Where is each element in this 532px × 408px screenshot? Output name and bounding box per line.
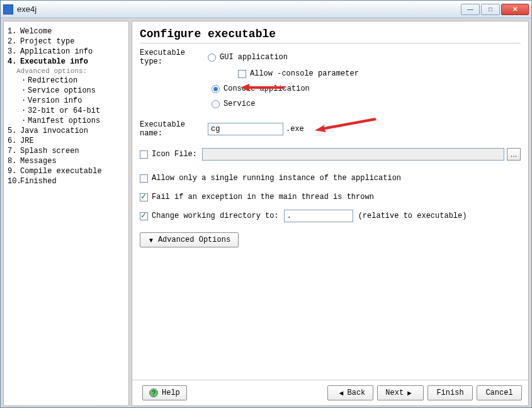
- allow-console-label: Allow -console parameter: [250, 69, 359, 78]
- cancel-button[interactable]: Cancel: [477, 385, 522, 400]
- step-finished[interactable]: 10.Finished: [8, 176, 126, 186]
- step-project-type[interactable]: 2.Project type: [8, 37, 126, 47]
- step-application-info[interactable]: 3.Application info: [8, 47, 126, 57]
- fail-exception-label: Fail if an exception in the main thread …: [152, 193, 374, 201]
- main-panel: Configure executable Executable type: GU…: [132, 21, 529, 406]
- check-single-instance[interactable]: [140, 174, 148, 183]
- radio-console-application[interactable]: [212, 85, 220, 93]
- substep-version-info[interactable]: ·Version info: [8, 96, 126, 106]
- radio-gui-label: GUI application: [220, 53, 288, 62]
- icon-file-browse-button[interactable]: …: [507, 148, 521, 161]
- check-fail-exception[interactable]: [140, 193, 148, 201]
- button-bar: ? Help ◄Back Next► Finish Cancel: [132, 380, 528, 405]
- window: exe4j — □ ✕ 1.Welcome 2.Project type 3.A…: [0, 0, 532, 408]
- cwd-hint: (relative to executable): [358, 212, 467, 220]
- content-area: Configure executable Executable type: GU…: [132, 21, 528, 380]
- minimize-button[interactable]: —: [461, 4, 480, 15]
- exec-name-label: Executable name:: [140, 120, 208, 138]
- step-java-invocation[interactable]: 5.Java invocation: [8, 126, 126, 136]
- radio-gui-application[interactable]: [208, 54, 216, 62]
- single-instance-label: Allow only a single running instance of …: [152, 174, 401, 183]
- step-executable-info[interactable]: 4.Executable info: [8, 57, 126, 67]
- window-buttons: — □ ✕: [461, 4, 529, 15]
- radio-service-label: Service: [224, 99, 255, 108]
- titlebar: exe4j — □ ✕: [1, 1, 531, 18]
- chevron-down-icon: ▼: [148, 237, 154, 244]
- step-compile-executable[interactable]: 9.Compile executable: [8, 166, 126, 176]
- advanced-options-heading: Advanced options:: [8, 67, 126, 76]
- icon-file-input: [202, 148, 504, 161]
- radio-service[interactable]: [212, 100, 220, 108]
- sidebar-watermark: exe4j: [81, 402, 125, 406]
- icon-file-label: Icon File:: [152, 150, 198, 159]
- window-title: exe4j: [17, 4, 37, 14]
- check-allow-console[interactable]: [238, 70, 246, 78]
- substep-32-64-bit[interactable]: ·32-bit or 64-bit: [8, 106, 126, 116]
- change-cwd-label: Change working directory to:: [152, 212, 279, 220]
- substep-redirection[interactable]: ·Redirection: [8, 76, 126, 86]
- help-icon: ?: [149, 388, 158, 397]
- step-splash-screen[interactable]: 7.Splash screen: [8, 146, 126, 156]
- close-button[interactable]: ✕: [501, 4, 529, 15]
- annotation-arrow: [315, 116, 378, 138]
- next-button[interactable]: Next►: [377, 385, 424, 400]
- wizard-steps: 1.Welcome 2.Project type 3.Application i…: [8, 26, 126, 186]
- svg-marker-1: [315, 118, 376, 132]
- exec-name-input[interactable]: [208, 123, 283, 135]
- finish-button[interactable]: Finish: [427, 385, 473, 400]
- app-icon: [3, 4, 13, 14]
- client-area: 1.Welcome 2.Project type 3.Application i…: [1, 18, 531, 408]
- wizard-sidebar: 1.Welcome 2.Project type 3.Application i…: [3, 21, 129, 406]
- check-change-cwd[interactable]: [140, 212, 148, 220]
- radio-console-label: Console application: [224, 84, 310, 93]
- back-button[interactable]: ◄Back: [327, 385, 374, 400]
- help-button[interactable]: ? Help: [142, 385, 187, 400]
- advanced-options-button[interactable]: ▼ Advanced Options: [140, 232, 239, 247]
- maximize-button[interactable]: □: [481, 4, 500, 15]
- substep-manifest-options[interactable]: ·Manifest options: [8, 116, 126, 126]
- step-jre[interactable]: 6.JRE: [8, 136, 126, 146]
- substep-service-options[interactable]: ·Service options: [8, 86, 126, 96]
- exec-type-label: Executable type:: [140, 48, 208, 66]
- cwd-input[interactable]: [284, 210, 353, 222]
- exec-extension: .exe: [286, 125, 304, 133]
- check-icon-file[interactable]: [140, 150, 148, 159]
- page-title: Configure executable: [140, 28, 521, 43]
- step-messages[interactable]: 8.Messages: [8, 156, 126, 166]
- step-welcome[interactable]: 1.Welcome: [8, 26, 126, 37]
